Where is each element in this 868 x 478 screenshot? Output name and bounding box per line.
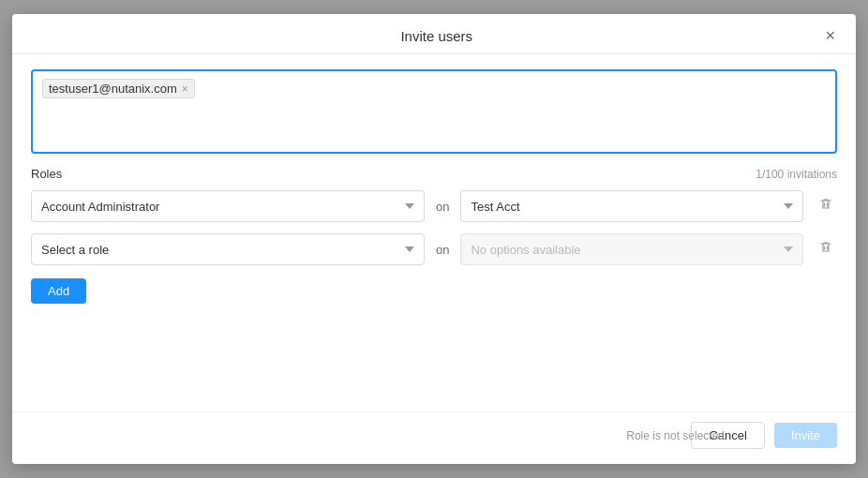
modal-header: Invite users × bbox=[12, 14, 856, 54]
error-text: Role is not selected bbox=[12, 429, 743, 442]
roles-label: Roles bbox=[31, 167, 62, 181]
role-row-1: Account Administrator on Test Acct bbox=[31, 190, 837, 222]
delete-row-1-button[interactable] bbox=[815, 197, 837, 216]
account-select-2[interactable]: No options available bbox=[460, 233, 803, 265]
role-select-1[interactable]: Account Administrator bbox=[31, 190, 425, 222]
delete-row-2-button[interactable] bbox=[815, 240, 837, 259]
invite-button[interactable]: Invite bbox=[774, 423, 837, 448]
add-role-button[interactable]: Add bbox=[31, 278, 86, 304]
role-row-2: Select a role on No options available bbox=[31, 233, 837, 265]
modal-footer: Role is not selected Cancel Invite bbox=[12, 411, 856, 464]
modal-overlay: Invite users × testuser1@nutanix.com × R… bbox=[0, 0, 868, 478]
email-input-area[interactable]: testuser1@nutanix.com × bbox=[31, 69, 837, 154]
role-select-2[interactable]: Select a role bbox=[31, 233, 425, 265]
roles-header: Roles 1/100 invitations bbox=[31, 167, 837, 181]
invite-users-modal: Invite users × testuser1@nutanix.com × R… bbox=[12, 14, 856, 464]
invitations-count: 1/100 invitations bbox=[756, 168, 837, 181]
account-select-1[interactable]: Test Acct bbox=[460, 190, 803, 222]
on-label-1: on bbox=[436, 200, 449, 214]
email-tag-remove[interactable]: × bbox=[182, 83, 188, 95]
modal-body: testuser1@nutanix.com × Roles 1/100 invi… bbox=[12, 54, 856, 411]
modal-title: Invite users bbox=[50, 28, 823, 44]
on-label-2: on bbox=[436, 243, 449, 257]
email-tag: testuser1@nutanix.com × bbox=[42, 79, 195, 98]
email-tag-text: testuser1@nutanix.com bbox=[49, 82, 177, 96]
close-button[interactable]: × bbox=[823, 27, 837, 44]
roles-section: Roles 1/100 invitations Account Administ… bbox=[31, 167, 837, 304]
